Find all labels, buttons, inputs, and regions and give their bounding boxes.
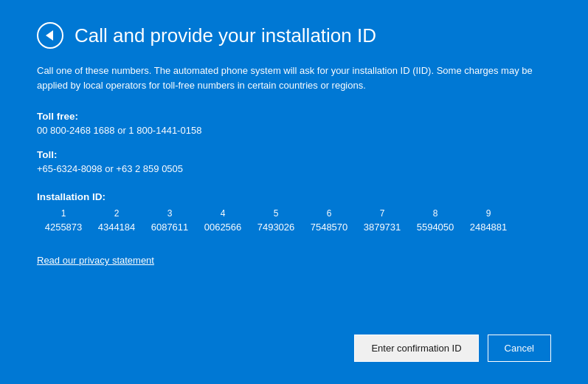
id-col-4: 40062566 (196, 208, 249, 233)
id-col-val-2: 4344184 (98, 222, 136, 233)
toll-label: Toll: (37, 149, 551, 160)
installation-id-table: 1425587324344184360876114006256657493026… (37, 208, 551, 233)
id-col-num-8: 8 (433, 208, 438, 219)
id-col-7: 73879731 (356, 208, 409, 233)
id-col-num-9: 9 (486, 208, 491, 219)
id-col-val-9: 2484881 (470, 222, 508, 233)
cancel-button[interactable]: Cancel (488, 335, 551, 362)
toll-value: +65-6324-8098 or +63 2 859 0505 (37, 163, 551, 174)
id-col-num-5: 5 (274, 208, 279, 219)
description-text: Call one of these numbers. The automated… (37, 64, 539, 92)
toll-free-section: Toll free: 00 800-2468 1688 or 1 800-144… (37, 111, 551, 149)
id-col-val-1: 4255873 (45, 222, 83, 233)
id-col-val-3: 6087611 (151, 222, 189, 233)
id-col-6: 67548570 (302, 208, 356, 233)
id-col-val-7: 3879731 (364, 222, 401, 233)
page-title: Call and provide your installation ID (75, 24, 376, 47)
id-col-3: 36087611 (143, 208, 196, 233)
id-col-val-8: 5594050 (417, 222, 454, 233)
header: Call and provide your installation ID (37, 22, 551, 49)
id-col-val-4: 0062566 (204, 222, 242, 233)
id-col-num-6: 6 (327, 208, 332, 219)
back-arrow-icon (46, 30, 53, 41)
enter-confirmation-button[interactable]: Enter confirmation ID (354, 335, 478, 362)
installation-id-label: Installation ID: (37, 191, 551, 202)
id-col-num-3: 3 (167, 208, 173, 219)
privacy-link[interactable]: Read our privacy statement (37, 255, 551, 266)
id-col-num-1: 1 (61, 208, 66, 219)
footer-buttons: Enter confirmation ID Cancel (37, 327, 551, 362)
installation-id-section: Installation ID: 14255873243441843608761… (37, 191, 551, 251)
id-col-num-4: 4 (221, 208, 226, 219)
id-col-5: 57493026 (249, 208, 302, 233)
id-col-2: 24344184 (90, 208, 143, 233)
id-col-num-7: 7 (380, 208, 385, 219)
toll-free-label: Toll free: (37, 111, 551, 122)
main-container: Call and provide your installation ID Ca… (0, 0, 588, 384)
id-col-1: 14255873 (37, 208, 90, 233)
id-col-num-2: 2 (114, 208, 120, 219)
id-col-8: 85594050 (409, 208, 462, 233)
id-col-9: 92484881 (462, 208, 515, 233)
back-button[interactable] (37, 22, 63, 49)
id-col-val-5: 7493026 (257, 222, 295, 233)
toll-free-value: 00 800-2468 1688 or 1 800-1441-0158 (37, 125, 551, 136)
id-col-val-6: 7548570 (311, 222, 348, 233)
toll-section: Toll: +65-6324-8098 or +63 2 859 0505 (37, 149, 551, 188)
